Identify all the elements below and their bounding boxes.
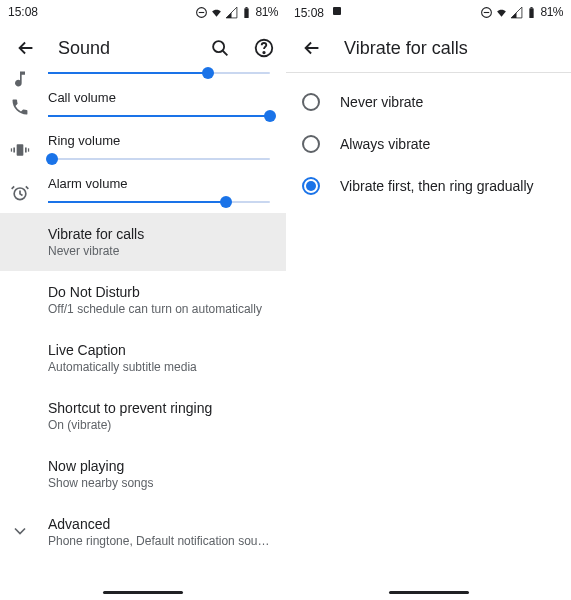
option-label: Vibrate first, then ring gradually — [340, 178, 534, 194]
nav-home-bar[interactable] — [389, 591, 469, 594]
vibrate-icon — [10, 140, 30, 160]
item-subtitle: Off/1 schedule can turn on automatically — [48, 302, 270, 316]
now-playing-item[interactable]: Now playing Show nearby songs — [0, 445, 286, 503]
call-volume-label: Call volume — [48, 90, 270, 105]
vibrate-options-list: Never vibrate Always vibrate Vibrate fir… — [286, 73, 571, 215]
ring-volume-slider[interactable] — [48, 158, 270, 160]
wifi-icon — [210, 6, 223, 19]
svg-rect-11 — [28, 148, 29, 151]
dnd-icon — [195, 6, 208, 19]
svg-rect-16 — [530, 8, 534, 18]
search-icon — [209, 37, 231, 59]
arrow-back-icon — [15, 37, 37, 59]
status-bar: 15:08 81% — [286, 0, 571, 24]
item-subtitle: Never vibrate — [48, 244, 270, 258]
vibrate-for-calls-screen: 15:08 81% Vibrate for calls Never vibrat… — [286, 0, 571, 600]
svg-rect-1 — [199, 11, 204, 12]
status-icons: 81% — [195, 5, 278, 19]
battery-percent: 81% — [540, 5, 563, 19]
signal-icon — [510, 6, 523, 19]
media-volume-slider[interactable] — [48, 72, 270, 74]
screenshot-icon — [331, 5, 343, 17]
search-button[interactable] — [208, 36, 232, 60]
status-icons: 81% — [480, 5, 563, 19]
svg-rect-7 — [17, 144, 24, 156]
do-not-disturb-item[interactable]: Do Not Disturb Off/1 schedule can turn o… — [0, 271, 286, 329]
app-bar: Vibrate for calls — [286, 24, 571, 72]
alarm-volume-row[interactable]: Alarm volume — [0, 170, 286, 213]
sound-settings-screen: 15:08 81% Sound — [0, 0, 286, 600]
radio-icon — [302, 177, 320, 195]
alarm-volume-label: Alarm volume — [48, 176, 270, 191]
item-title: Live Caption — [48, 342, 270, 358]
status-time: 15:08 — [294, 5, 343, 20]
live-caption-item[interactable]: Live Caption Automatically subtitle medi… — [0, 329, 286, 387]
svg-rect-15 — [484, 11, 489, 12]
app-bar: Sound — [0, 24, 286, 72]
radio-icon — [302, 135, 320, 153]
item-title: Vibrate for calls — [48, 226, 270, 242]
option-label: Never vibrate — [340, 94, 423, 110]
option-vibrate-gradual[interactable]: Vibrate first, then ring gradually — [286, 165, 571, 207]
back-button[interactable] — [14, 36, 38, 60]
item-title: Shortcut to prevent ringing — [48, 400, 270, 416]
alarm-icon — [10, 183, 30, 203]
shortcut-prevent-ringing-item[interactable]: Shortcut to prevent ringing On (vibrate) — [0, 387, 286, 445]
battery-icon — [525, 6, 538, 19]
item-title: Advanced — [48, 516, 270, 532]
svg-rect-2 — [245, 8, 249, 18]
svg-rect-17 — [531, 7, 533, 8]
sound-content: Call volume Ring volume Alarm volume Vi — [0, 72, 286, 581]
battery-percent: 81% — [255, 5, 278, 19]
svg-rect-3 — [246, 7, 248, 8]
back-button[interactable] — [300, 36, 324, 60]
option-label: Always vibrate — [340, 136, 430, 152]
svg-rect-10 — [11, 148, 12, 151]
item-subtitle: Show nearby songs — [48, 476, 270, 490]
phone-icon — [10, 97, 30, 117]
alarm-volume-slider[interactable] — [48, 201, 270, 203]
chevron-down-icon — [10, 521, 30, 541]
svg-point-6 — [263, 52, 264, 53]
dnd-icon — [480, 6, 493, 19]
item-title: Now playing — [48, 458, 270, 474]
ring-volume-row[interactable]: Ring volume — [0, 127, 286, 170]
nav-home-bar[interactable] — [103, 591, 183, 594]
item-subtitle: Automatically subtitle media — [48, 360, 270, 374]
advanced-item[interactable]: Advanced Phone ringtone, Default notific… — [0, 503, 286, 561]
call-volume-row[interactable]: Call volume — [0, 84, 286, 127]
ring-volume-label: Ring volume — [48, 133, 270, 148]
radio-icon — [302, 93, 320, 111]
svg-rect-8 — [13, 147, 15, 152]
help-icon — [253, 37, 275, 59]
svg-rect-13 — [333, 7, 341, 15]
item-subtitle: On (vibrate) — [48, 418, 270, 432]
page-title: Sound — [58, 38, 188, 59]
battery-icon — [240, 6, 253, 19]
item-subtitle: Phone ringtone, Default notification sou… — [48, 534, 270, 548]
option-never-vibrate[interactable]: Never vibrate — [286, 81, 571, 123]
page-title: Vibrate for calls — [344, 38, 561, 59]
media-volume-row[interactable] — [0, 72, 286, 84]
arrow-back-icon — [301, 37, 323, 59]
status-time: 15:08 — [8, 5, 38, 19]
call-volume-slider[interactable] — [48, 115, 270, 117]
help-button[interactable] — [252, 36, 276, 60]
svg-point-4 — [213, 41, 224, 52]
vibrate-for-calls-item[interactable]: Vibrate for calls Never vibrate — [0, 213, 286, 271]
signal-icon — [225, 6, 238, 19]
option-always-vibrate[interactable]: Always vibrate — [286, 123, 571, 165]
wifi-icon — [495, 6, 508, 19]
item-title: Do Not Disturb — [48, 284, 270, 300]
svg-rect-9 — [25, 147, 27, 152]
status-bar: 15:08 81% — [0, 0, 286, 24]
